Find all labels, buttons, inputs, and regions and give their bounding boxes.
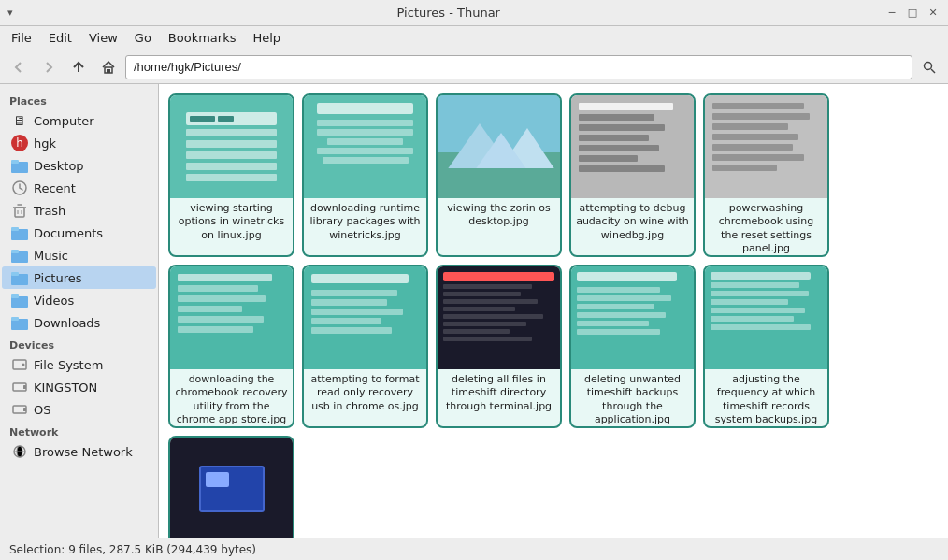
file-label: powerwashing chromebook using the reset … <box>705 198 827 257</box>
file-item[interactable]: downloading the chromebook recovery util… <box>168 265 294 428</box>
file-item[interactable]: attempting to format read only recovery … <box>302 265 428 428</box>
file-item[interactable]: viewing the zorin os desktop.jpg <box>436 93 562 257</box>
minimize-button[interactable]: ─ <box>884 6 899 21</box>
file-thumbnail <box>571 266 694 369</box>
sidebar-item-os[interactable]: OS <box>2 398 156 421</box>
sidebar: Places 🖥 Computer h hgk Desktop Recent T… <box>0 84 159 538</box>
menu-item-edit[interactable]: Edit <box>41 29 79 47</box>
sidebar-label-hgk: hgk <box>34 136 56 151</box>
svg-rect-24 <box>23 385 26 389</box>
status-bar: Selection: 9 files, 287.5 KiB (294,439 b… <box>0 538 948 560</box>
sidebar-label-pictures: Pictures <box>34 271 81 285</box>
sidebar-label-browsenetwork: Browse Network <box>34 445 133 459</box>
file-thumbnail <box>304 266 426 369</box>
menu-item-go[interactable]: Go <box>127 29 159 47</box>
file-thumbnail <box>705 266 827 369</box>
sidebar-label-trash: Trash <box>34 204 65 218</box>
videos-folder-icon <box>11 292 28 309</box>
file-item[interactable]: viewing starting options in winetricks o… <box>168 93 294 257</box>
file-label: deleting unwanted timeshift backups thro… <box>571 369 694 428</box>
svg-rect-7 <box>15 208 24 217</box>
file-item[interactable]: adjusting processor fan speed settings w… <box>168 436 294 538</box>
sidebar-item-downloads[interactable]: Downloads <box>2 311 156 334</box>
sidebar-item-pictures[interactable]: Pictures <box>2 266 156 289</box>
file-label: attempting to format read only recovery … <box>304 369 426 417</box>
places-section-title: Places <box>0 90 158 109</box>
toolbar <box>0 50 948 84</box>
title-bar: ▾ Pictures - Thunar ─ □ ✕ <box>0 0 948 26</box>
sidebar-item-recent[interactable]: Recent <box>2 177 156 199</box>
menu-item-view[interactable]: View <box>81 29 125 47</box>
sidebar-label-documents: Documents <box>34 226 103 240</box>
search-button[interactable] <box>916 54 942 80</box>
svg-rect-14 <box>11 250 19 253</box>
sidebar-item-filesystem[interactable]: File System <box>2 353 156 376</box>
svg-rect-1 <box>107 69 110 73</box>
svg-rect-20 <box>11 317 19 321</box>
file-thumbnail <box>438 95 560 198</box>
sidebar-item-computer[interactable]: 🖥 Computer <box>2 109 156 132</box>
sidebar-item-music[interactable]: Music <box>2 244 156 266</box>
window-title: Pictures - Thunar <box>13 6 884 20</box>
file-item[interactable]: deleting all files in timeshift director… <box>436 265 562 428</box>
file-label: downloading runtime library packages wit… <box>304 198 426 246</box>
menu-item-bookmarks[interactable]: Bookmarks <box>161 29 244 47</box>
svg-rect-5 <box>11 160 19 164</box>
menu-item-help[interactable]: Help <box>245 29 288 47</box>
up-button[interactable] <box>65 54 92 80</box>
main-area: Places 🖥 Computer h hgk Desktop Recent T… <box>0 84 948 538</box>
file-label: deleting all files in timeshift director… <box>438 369 560 417</box>
address-input[interactable] <box>125 55 912 79</box>
svg-rect-26 <box>23 408 26 411</box>
hgk-icon: h <box>11 135 28 151</box>
file-thumbnail <box>170 266 293 369</box>
menu-item-file[interactable]: File <box>4 29 39 47</box>
sidebar-item-browsenetwork[interactable]: Browse Network <box>2 440 156 463</box>
sidebar-item-trash[interactable]: Trash <box>2 199 156 222</box>
file-label: attempting to debug audacity on wine wit… <box>571 198 694 246</box>
filesystem-icon <box>11 356 28 373</box>
svg-rect-12 <box>11 227 19 231</box>
sidebar-label-recent: Recent <box>34 181 76 195</box>
menu-bar: FileEditViewGoBookmarksHelp <box>0 26 948 50</box>
file-item[interactable]: powerwashing chromebook using the reset … <box>703 93 829 257</box>
devices-section-title: Devices <box>0 334 158 353</box>
back-button[interactable] <box>6 54 32 80</box>
file-item[interactable]: downloading runtime library packages wit… <box>302 93 428 257</box>
file-area: viewing starting options in winetricks o… <box>159 84 948 538</box>
sidebar-item-documents[interactable]: Documents <box>2 222 156 244</box>
documents-folder-icon <box>11 224 28 241</box>
svg-rect-18 <box>11 294 19 298</box>
trash-icon <box>11 202 28 219</box>
home-button[interactable] <box>95 54 122 80</box>
music-folder-icon <box>11 247 28 264</box>
status-text: Selection: 9 files, 287.5 KiB (294,439 b… <box>9 543 256 556</box>
file-thumbnail <box>571 95 694 198</box>
network-section-title: Network <box>0 421 158 440</box>
forward-button[interactable] <box>36 54 62 80</box>
recent-icon <box>11 179 28 196</box>
address-bar-container <box>125 55 912 79</box>
sidebar-item-hgk[interactable]: h hgk <box>2 132 156 154</box>
file-thumbnail <box>705 95 827 198</box>
file-label: adjusting the frequency at which timeshi… <box>705 369 827 428</box>
file-item[interactable]: deleting unwanted timeshift backups thro… <box>569 265 696 428</box>
file-thumbnail <box>304 95 426 198</box>
desktop-folder-icon <box>11 157 28 174</box>
file-item[interactable]: attempting to debug audacity on wine wit… <box>569 93 696 257</box>
svg-line-3 <box>931 69 935 73</box>
close-button[interactable]: ✕ <box>926 6 941 21</box>
maximize-button[interactable]: □ <box>905 6 920 21</box>
sidebar-item-kingston[interactable]: KINGSTON <box>2 376 156 398</box>
file-label: downloading the chromebook recovery util… <box>170 369 293 428</box>
sidebar-item-videos[interactable]: Videos <box>2 289 156 311</box>
pictures-folder-icon <box>11 269 28 286</box>
sidebar-item-desktop[interactable]: Desktop <box>2 154 156 177</box>
kingston-icon <box>11 379 28 395</box>
network-icon <box>11 443 28 460</box>
sidebar-label-videos: Videos <box>34 294 74 308</box>
sidebar-label-downloads: Downloads <box>34 316 100 330</box>
svg-rect-16 <box>11 272 19 276</box>
file-item[interactable]: adjusting the frequency at which timeshi… <box>703 265 829 428</box>
sidebar-label-os: OS <box>34 403 50 417</box>
